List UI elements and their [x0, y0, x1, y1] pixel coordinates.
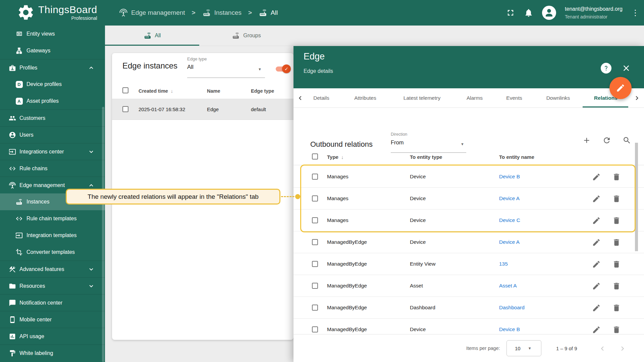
- delete-relation-icon[interactable]: [612, 260, 621, 269]
- sidebar-item-users[interactable]: Users: [0, 126, 105, 143]
- edit-relation-icon[interactable]: [592, 173, 601, 181]
- panel-tab-alarms[interactable]: Alarms: [467, 88, 483, 108]
- delete-relation-icon[interactable]: [612, 238, 621, 247]
- to-entity-name-link[interactable]: Device A: [499, 195, 520, 201]
- created-time-column-header[interactable]: Created time↓: [139, 88, 173, 94]
- fullscreen-icon[interactable]: [506, 8, 515, 17]
- row-name: Edge: [207, 106, 219, 112]
- edit-relation-icon[interactable]: [592, 238, 601, 247]
- sidebar-item-customers[interactable]: Customers: [0, 109, 105, 126]
- tab-groups[interactable]: Groups: [199, 26, 293, 46]
- breadcrumb-item[interactable]: All: [259, 8, 278, 17]
- avatar[interactable]: [542, 6, 556, 20]
- panel-tab-downlinks[interactable]: Downlinks: [546, 88, 570, 108]
- row-checkbox[interactable]: [122, 106, 128, 112]
- edit-fab-button[interactable]: [609, 77, 632, 99]
- row-checkbox[interactable]: [312, 217, 318, 223]
- tabs-scroll-right-icon[interactable]: [633, 94, 641, 102]
- close-icon[interactable]: [622, 63, 631, 73]
- breadcrumb-item[interactable]: Edge management: [119, 8, 185, 17]
- relation-row[interactable]: ManagesDeviceDevice A: [293, 188, 644, 210]
- brand-logo[interactable]: ThingsBoard Professional: [17, 3, 97, 22]
- sidebar-item-rule-chains[interactable]: Rule chains: [0, 160, 105, 177]
- breadcrumb-item[interactable]: Instances: [202, 8, 241, 17]
- select-all-checkbox[interactable]: [312, 153, 318, 160]
- sidebar-item-resources[interactable]: Resources: [0, 277, 105, 294]
- edit-relation-icon[interactable]: [592, 304, 601, 312]
- relation-row[interactable]: ManagesDeviceDevice C: [293, 210, 644, 231]
- relation-row[interactable]: ManagedByEdgeDeviceDevice A: [293, 231, 644, 253]
- edge-instance-row[interactable]: 2025-01-07 16:58:32 Edge default: [112, 99, 293, 120]
- relation-type: ManagedByEdge: [327, 326, 367, 332]
- include-customers-toggle[interactable]: ✓: [276, 63, 291, 74]
- add-relation-icon[interactable]: [582, 136, 591, 145]
- delete-relation-icon[interactable]: [612, 216, 621, 225]
- next-page-icon[interactable]: [618, 344, 627, 353]
- items-per-page-select[interactable]: 10 ▼: [506, 340, 541, 356]
- relation-row[interactable]: ManagedByEdgeAssetAsset A: [293, 275, 644, 297]
- sidebar-item-advanced-features[interactable]: Advanced features: [0, 261, 105, 277]
- tabs-scroll-left-icon[interactable]: [296, 94, 304, 102]
- direction-select[interactable]: Direction From ▼: [391, 132, 466, 153]
- row-checkbox[interactable]: [312, 305, 318, 311]
- edge-type-column-header[interactable]: Edge type: [251, 88, 274, 94]
- edit-relation-icon[interactable]: [592, 194, 601, 203]
- to-entity-name-link[interactable]: Device C: [499, 217, 520, 223]
- panel-tab-details[interactable]: Details: [313, 88, 329, 108]
- sidebar-item-device-profiles[interactable]: DDevice profiles: [0, 76, 105, 93]
- previous-page-icon[interactable]: [598, 344, 607, 353]
- sidebar-item-rule-chain-templates[interactable]: Rule chain templates: [0, 210, 105, 227]
- edit-relation-icon[interactable]: [592, 216, 601, 225]
- edit-relation-icon[interactable]: [592, 260, 601, 269]
- to-entity-name-link[interactable]: Device B: [499, 326, 520, 332]
- relation-row[interactable]: ManagedByEdgeDashboardDashboard: [293, 297, 644, 319]
- to-entity-name-link[interactable]: Asset A: [499, 283, 517, 289]
- notifications-bell-icon[interactable]: [524, 8, 533, 17]
- sidebar-item-notification-center[interactable]: Notification center: [0, 294, 105, 311]
- row-checkbox[interactable]: [312, 283, 318, 289]
- to-entity-name-link[interactable]: 135: [499, 261, 508, 267]
- name-column-header[interactable]: Name: [207, 88, 220, 94]
- sidebar-item-converter-templates[interactable]: Converter templates: [0, 244, 105, 261]
- panel-tab-latest-telemetry[interactable]: Latest telemetry: [404, 88, 440, 108]
- panel-tab-events[interactable]: Events: [506, 88, 522, 108]
- tab-all[interactable]: All: [105, 26, 199, 46]
- search-icon[interactable]: [623, 136, 631, 145]
- delete-relation-icon[interactable]: [612, 304, 621, 312]
- delete-relation-icon[interactable]: [612, 173, 621, 181]
- sidebar-item-entity-views[interactable]: Entity views: [0, 26, 105, 42]
- edit-relation-icon[interactable]: [592, 325, 601, 334]
- relation-row[interactable]: ManagedByEdgeEntity View135: [293, 253, 644, 275]
- row-checkbox[interactable]: [312, 326, 318, 332]
- sidebar-item-asset-profiles[interactable]: AAsset profiles: [0, 93, 105, 109]
- to-entity-name-link[interactable]: Device A: [499, 239, 520, 245]
- type-column-header[interactable]: Type↓: [327, 154, 343, 160]
- refresh-icon[interactable]: [602, 136, 611, 145]
- delete-relation-icon[interactable]: [612, 282, 621, 290]
- sidebar-item-api-usage[interactable]: API usage: [0, 328, 105, 345]
- select-all-checkbox[interactable]: [122, 87, 128, 93]
- sidebar-item-integrations-center[interactable]: Integrations center: [0, 143, 105, 160]
- kebab-menu-icon[interactable]: ⋮: [631, 8, 638, 17]
- sidebar-item-mobile-center[interactable]: Mobile center: [0, 311, 105, 328]
- delete-relation-icon[interactable]: [612, 194, 621, 203]
- row-checkbox[interactable]: [312, 195, 318, 201]
- delete-relation-icon[interactable]: [612, 325, 621, 334]
- sidebar-item-gateways[interactable]: Gateways: [0, 42, 105, 59]
- panel-scrollbar[interactable]: [635, 143, 638, 251]
- sidebar-item-profiles[interactable]: Profiles: [0, 59, 105, 76]
- row-checkbox[interactable]: [312, 174, 318, 180]
- edge-type-select[interactable]: Edge type All ▼: [187, 56, 265, 78]
- relation-row[interactable]: ManagesDeviceDevice B: [293, 166, 644, 188]
- to-entity-name-column-header[interactable]: To entity name: [499, 154, 534, 160]
- panel-tab-attributes[interactable]: Attributes: [354, 88, 376, 108]
- edit-relation-icon[interactable]: [592, 282, 601, 290]
- row-checkbox[interactable]: [312, 239, 318, 245]
- help-icon[interactable]: [601, 63, 611, 74]
- sidebar-item-white-labeling[interactable]: White labeling: [0, 345, 105, 361]
- sidebar-item-integration-templates[interactable]: Integration templates: [0, 227, 105, 244]
- to-entity-type-column-header[interactable]: To entity type: [410, 154, 442, 160]
- to-entity-name-link[interactable]: Device B: [499, 174, 520, 180]
- to-entity-name-link[interactable]: Dashboard: [499, 305, 525, 311]
- row-checkbox[interactable]: [312, 261, 318, 267]
